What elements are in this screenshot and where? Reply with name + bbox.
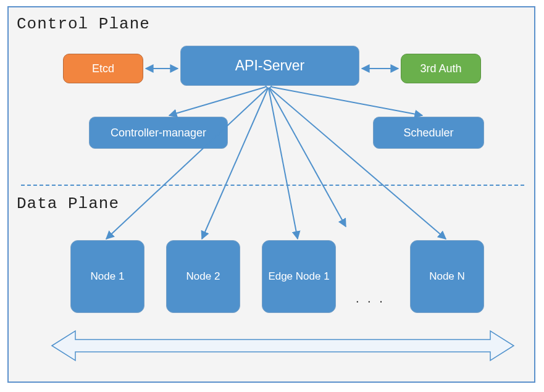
api-to-edge1-arrow (269, 88, 298, 239)
container-network-label: Container Network (225, 339, 327, 353)
hub-ornament (266, 86, 272, 88)
third-auth-box: 3rd Auth (401, 54, 481, 83)
api-to-node2-arrow (202, 88, 268, 239)
data-plane-label: Data Plane (17, 194, 119, 213)
etcd-box: Etcd (63, 54, 143, 83)
edge-node-1-box: Edge Node 1 (262, 240, 336, 313)
api-server-box: API-Server (180, 46, 359, 86)
nodes-ellipsis: . . . (356, 291, 385, 306)
scheduler-box: Scheduler (373, 117, 484, 149)
architecture-diagram: Control Plane Etcd API-Server 3rd Auth C… (7, 6, 535, 383)
node-1-box: Node 1 (70, 240, 144, 313)
node-2-box: Node 2 (166, 240, 240, 313)
controller-manager-box: Controller-manager (89, 117, 228, 149)
api-to-controller-arrow (169, 87, 266, 115)
api-to-node1-arrow (106, 88, 267, 239)
api-to-noden-arrow (270, 88, 446, 239)
api-to-scheduler-arrow (272, 87, 422, 115)
plane-divider (21, 185, 524, 186)
control-plane-label: Control Plane (17, 15, 150, 33)
node-n-box: Node N (410, 240, 484, 313)
api-to-mid-arrow (269, 88, 346, 227)
